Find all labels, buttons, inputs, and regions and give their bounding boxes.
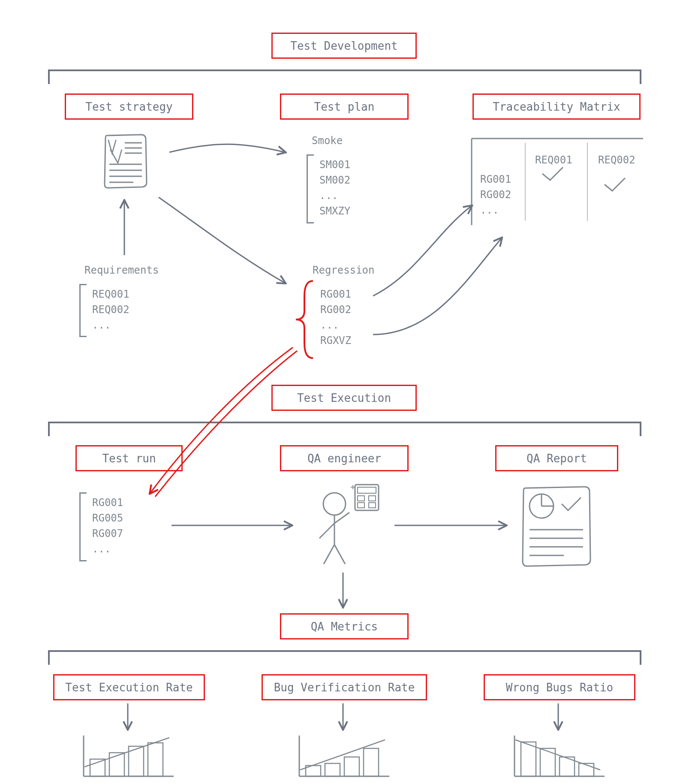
chart-exec-rate [79, 733, 176, 781]
svg-rect-15 [358, 487, 376, 493]
col-traceability: Traceability Matrix [472, 93, 641, 120]
col-qa-report: QA Report [495, 445, 618, 471]
svg-line-40 [84, 738, 169, 767]
requirements-bracket [79, 284, 87, 337]
testrun-bracket [79, 492, 87, 561]
section-test-execution: Test Execution [271, 385, 417, 411]
svg-point-12 [323, 493, 346, 515]
section-qa-metrics: QA Metrics [280, 613, 409, 639]
regression-title: Regression [313, 262, 375, 278]
svg-rect-14 [355, 485, 379, 510]
trace-rows: RG001 RG002 ... [480, 172, 511, 218]
chart-bug-rate [295, 733, 391, 781]
svg-rect-46 [364, 748, 379, 776]
smoke-bracket [307, 154, 314, 223]
trace-col-1: REQ001 [535, 152, 572, 168]
col-qa-engineer: QA engineer [280, 445, 409, 471]
smoke-title: Smoke [312, 133, 343, 148]
metric-wrong-bugs: Wrong Bugs Ratio [484, 674, 635, 700]
bracket-exec [48, 422, 641, 436]
metric-test-exec-rate: Test Execution Rate [53, 674, 205, 700]
qa-engineer-icon: + [309, 480, 382, 566]
section-test-development: Test Development [271, 33, 417, 59]
regression-brace [292, 279, 317, 360]
svg-rect-50 [521, 742, 536, 776]
col-test-strategy: Test strategy [65, 93, 193, 120]
svg-text:+: + [350, 482, 355, 492]
requirements-title: Requirements [84, 262, 159, 278]
svg-rect-19 [369, 503, 376, 508]
word-doc-icon [103, 133, 149, 189]
smoke-items: SM001 SM002 ... SMXZY [319, 157, 350, 219]
svg-rect-17 [369, 496, 376, 501]
testrun-items: RG001 RG005 RG007 ... [92, 495, 123, 557]
col-test-run: Test run [75, 445, 183, 471]
metric-bug-verification: Bug Verification Rate [262, 674, 427, 700]
trace-col-2: REQ002 [598, 152, 635, 168]
bracket-metrics [48, 650, 641, 665]
svg-rect-45 [344, 757, 359, 776]
requirements-items: REQ001 REQ002 ... [92, 286, 129, 333]
bracket-dev [48, 69, 641, 84]
svg-rect-39 [148, 743, 163, 776]
chart-wrong-bugs [510, 733, 607, 781]
col-test-plan: Test plan [280, 93, 409, 120]
svg-rect-44 [325, 763, 340, 776]
svg-line-47 [300, 740, 385, 770]
svg-rect-36 [90, 759, 105, 776]
qa-report-icon [521, 485, 594, 570]
svg-rect-18 [358, 503, 364, 508]
svg-rect-16 [358, 496, 364, 501]
regression-items: RG001 RG002 ... RGXVZ [320, 286, 351, 348]
svg-line-54 [515, 740, 600, 770]
